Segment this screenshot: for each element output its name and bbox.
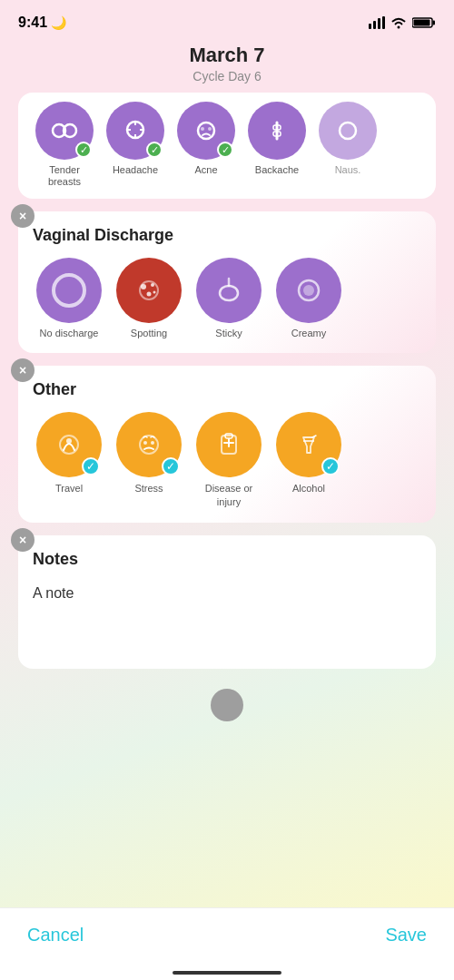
stress-label: Stress (134, 482, 163, 495)
cancel-button[interactable]: Cancel (27, 925, 84, 946)
other-card: × Other ✓ Travel (18, 366, 436, 523)
discharge-creamy-label: Creamy (291, 328, 327, 338)
symptoms-section: ✓ Tenderbreasts ✓ Headache (18, 93, 436, 199)
svg-rect-2 (378, 18, 380, 29)
other-title: Other (33, 380, 421, 399)
discharge-option-sticky[interactable]: Sticky (192, 258, 265, 338)
headache-check: ✓ (146, 142, 163, 158)
symptom-nausea-circle (319, 102, 377, 160)
vaginal-discharge-card: × Vaginal Discharge No discharge (18, 211, 436, 353)
other-close-button[interactable]: × (11, 358, 35, 382)
svg-point-24 (147, 292, 152, 297)
other-travel-circle: ✓ (36, 412, 102, 477)
other-options-row: ✓ Travel ✓ Stress (33, 412, 421, 508)
discharge-sticky-label: Sticky (215, 328, 242, 338)
svg-line-39 (312, 436, 316, 437)
symptom-nausea[interactable]: Naus. (316, 102, 380, 188)
other-alcohol-circle: ✓ (276, 412, 341, 477)
symptom-headache-circle: ✓ (106, 102, 164, 160)
notes-close-button[interactable]: × (11, 528, 35, 552)
home-indicator (173, 971, 281, 975)
svg-rect-0 (369, 24, 371, 29)
other-alcohol[interactable]: ✓ Alcohol (272, 412, 345, 508)
notes-content[interactable]: A note (33, 582, 421, 654)
svg-rect-6 (433, 21, 436, 25)
save-button[interactable]: Save (385, 925, 427, 946)
svg-point-4 (398, 26, 400, 29)
acne-label: Acne (194, 164, 217, 176)
bottom-bar: Cancel Save (0, 907, 454, 980)
discharge-creamy-circle (276, 258, 341, 323)
status-time: 9:41 (18, 15, 47, 31)
svg-point-25 (153, 291, 156, 294)
header-subtitle: Cycle Day 6 (0, 69, 454, 83)
svg-point-33 (151, 441, 154, 445)
svg-point-17 (208, 127, 212, 131)
discharge-close-icon: × (19, 209, 26, 223)
scroll-indicator (18, 681, 436, 729)
svg-point-31 (140, 436, 158, 454)
discharge-close-button[interactable]: × (11, 204, 35, 228)
other-stress-circle: ✓ (116, 412, 182, 477)
alcohol-check: ✓ (321, 457, 340, 475)
symptom-headache[interactable]: ✓ Headache (104, 102, 167, 188)
svg-point-23 (151, 283, 154, 287)
svg-point-28 (303, 285, 314, 296)
symptom-tender-breasts-circle: ✓ (35, 102, 94, 160)
other-stress[interactable]: ✓ Stress (113, 412, 185, 508)
symptom-acne-circle: ✓ (177, 102, 235, 160)
symptoms-icons-row: ✓ Tenderbreasts ✓ Headache (33, 102, 421, 188)
notes-title: Notes (33, 550, 421, 569)
symptom-backache-circle (248, 102, 306, 160)
alcohol-label: Alcohol (292, 482, 325, 495)
moon-icon: 🌙 (51, 15, 66, 30)
status-bar: 9:41 🌙 (0, 0, 454, 40)
discharge-options-row: No discharge Spotting (33, 258, 421, 338)
header: March 7 Cycle Day 6 (0, 40, 454, 93)
acne-check: ✓ (217, 142, 233, 158)
header-date: March 7 (0, 44, 454, 67)
other-disease-circle (196, 412, 262, 477)
svg-point-21 (140, 281, 158, 299)
symptom-acne[interactable]: ✓ Acne (174, 102, 238, 188)
notes-close-icon: × (19, 533, 26, 547)
discharge-title: Vaginal Discharge (33, 226, 421, 245)
backache-label: Backache (255, 164, 299, 176)
tender-breasts-label: Tenderbreasts (48, 164, 81, 188)
discharge-spotting-label: Spotting (131, 328, 167, 338)
discharge-none-label: No discharge (40, 328, 99, 338)
notes-card: × Notes A note (18, 535, 436, 669)
other-close-icon: × (19, 363, 26, 377)
content-scroll[interactable]: ✓ Tenderbreasts ✓ Headache (0, 93, 454, 924)
svg-rect-3 (382, 16, 385, 29)
nausea-label: Naus. (335, 164, 361, 176)
status-icons (369, 16, 436, 29)
wifi-icon (390, 16, 407, 29)
other-disease[interactable]: Disease orinjury (192, 412, 265, 508)
svg-point-32 (143, 441, 147, 445)
tender-breasts-check: ✓ (75, 142, 92, 158)
discharge-sticky-circle (196, 258, 262, 323)
stress-check: ✓ (162, 457, 180, 475)
other-travel[interactable]: ✓ Travel (33, 412, 105, 508)
battery-icon (412, 16, 436, 29)
symptom-tender-breasts[interactable]: ✓ Tenderbreasts (33, 102, 96, 188)
travel-check: ✓ (82, 457, 100, 475)
discharge-option-none[interactable]: No discharge (33, 258, 105, 338)
discharge-option-spotting[interactable]: Spotting (113, 258, 185, 338)
svg-point-26 (220, 286, 238, 300)
disease-label: Disease orinjury (205, 482, 253, 508)
discharge-option-creamy[interactable]: Creamy (272, 258, 345, 338)
symptom-backache[interactable]: Backache (245, 102, 309, 188)
svg-point-20 (340, 122, 356, 139)
discharge-none-circle (36, 258, 102, 323)
svg-point-16 (201, 127, 204, 131)
headache-label: Headache (113, 164, 158, 176)
svg-point-15 (198, 122, 214, 139)
svg-point-22 (141, 284, 146, 289)
discharge-spotting-circle (116, 258, 182, 323)
svg-rect-7 (414, 20, 430, 26)
svg-point-30 (66, 438, 72, 444)
travel-label: Travel (55, 482, 83, 495)
signal-icon (369, 16, 385, 29)
